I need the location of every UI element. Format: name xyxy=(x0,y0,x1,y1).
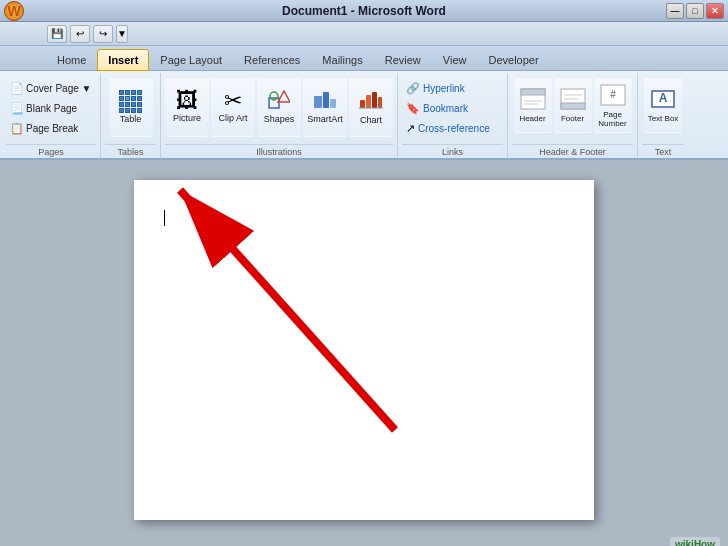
page-number-label: Page Number xyxy=(597,110,629,128)
footer-button[interactable]: Footer xyxy=(554,77,592,133)
title-bar-left: W xyxy=(4,1,24,21)
page-break-button[interactable]: 📋 Page Break xyxy=(6,119,96,138)
page-number-button[interactable]: # Page Number xyxy=(594,77,632,133)
smartart-icon xyxy=(313,90,337,113)
hyperlink-label: Hyperlink xyxy=(423,83,465,94)
illustrations-group-label: Illustrations xyxy=(165,144,393,158)
shapes-label: Shapes xyxy=(264,115,295,125)
svg-marker-1 xyxy=(278,91,290,102)
header-footer-group-content: Header Footer xyxy=(512,75,633,142)
svg-rect-16 xyxy=(561,103,585,109)
hyperlink-icon: 🔗 xyxy=(406,82,420,95)
cover-page-button[interactable]: 📄 Cover Page ▼ xyxy=(6,79,96,98)
chart-button[interactable]: Chart xyxy=(349,77,393,137)
svg-rect-12 xyxy=(521,89,545,95)
chart-label: Chart xyxy=(360,116,382,126)
header-footer-group-label: Header & Footer xyxy=(512,144,633,158)
ribbon-group-tables: Table Tables xyxy=(101,73,161,158)
ribbon-group-pages: 📄 Cover Page ▼ 📃 Blank Page 📋 Page Break… xyxy=(2,73,101,158)
quick-access-toolbar: 💾 ↩ ↪ ▼ xyxy=(0,22,728,46)
tab-references[interactable]: References xyxy=(233,48,311,70)
cross-reference-button[interactable]: ↗ Cross-reference xyxy=(402,119,502,138)
shapes-icon xyxy=(268,90,290,113)
word-logo: W xyxy=(4,1,24,21)
table-label: Table xyxy=(120,115,142,125)
svg-point-2 xyxy=(270,92,278,100)
tab-home[interactable]: Home xyxy=(46,48,97,70)
page-break-icon: 📋 xyxy=(10,122,24,135)
cover-page-label: Cover Page ▼ xyxy=(26,83,91,94)
cross-reference-icon: ↗ xyxy=(406,122,415,135)
bookmark-icon: 🔖 xyxy=(406,102,420,115)
title-bar: W Document1 - Microsoft Word — □ ✕ xyxy=(0,0,728,22)
text-box-button[interactable]: A Text Box xyxy=(644,77,682,133)
text-group-content: A Text Box xyxy=(642,75,684,142)
svg-text:#: # xyxy=(610,89,616,100)
footer-label: Footer xyxy=(561,114,584,123)
title-bar-controls[interactable]: — □ ✕ xyxy=(666,3,724,19)
svg-rect-7 xyxy=(366,95,371,108)
svg-rect-4 xyxy=(323,92,329,108)
clip-art-label: Clip Art xyxy=(218,114,247,124)
ribbon-group-header-footer: Header Footer xyxy=(508,73,638,158)
cover-page-icon: 📄 xyxy=(10,82,24,95)
header-icon xyxy=(519,87,547,113)
shapes-button[interactable]: Shapes xyxy=(257,77,301,137)
document-page[interactable] xyxy=(134,180,594,520)
tab-review[interactable]: Review xyxy=(374,48,432,70)
links-group-content: 🔗 Hyperlink 🔖 Bookmark ↗ Cross-reference xyxy=(402,75,503,142)
hyperlink-button[interactable]: 🔗 Hyperlink xyxy=(402,79,502,98)
footer-icon xyxy=(559,87,587,113)
clip-art-button[interactable]: ✂ Clip Art xyxy=(211,77,255,137)
header-button[interactable]: Header xyxy=(514,77,552,133)
qa-redo-button[interactable]: ↪ xyxy=(93,25,113,43)
qa-dropdown-button[interactable]: ▼ xyxy=(116,25,128,43)
text-box-icon: A xyxy=(649,87,677,113)
pages-group-content: 📄 Cover Page ▼ 📃 Blank Page 📋 Page Break xyxy=(6,75,96,142)
page-number-icon: # xyxy=(599,83,627,109)
ribbon-group-illustrations: 🖼 Picture ✂ Clip Art Shapes xyxy=(161,73,398,158)
ribbon-panel-insert: 📄 Cover Page ▼ 📃 Blank Page 📋 Page Break… xyxy=(0,70,728,158)
main-content-area: wikiHow xyxy=(0,160,728,546)
picture-button[interactable]: 🖼 Picture xyxy=(165,77,209,137)
tab-page-layout[interactable]: Page Layout xyxy=(149,48,233,70)
header-label: Header xyxy=(519,114,545,123)
ribbon-group-links: 🔗 Hyperlink 🔖 Bookmark ↗ Cross-reference… xyxy=(398,73,508,158)
ribbon: Home Insert Page Layout References Maili… xyxy=(0,46,728,160)
picture-label: Picture xyxy=(173,114,201,124)
bookmark-button[interactable]: 🔖 Bookmark xyxy=(402,99,502,118)
tab-developer[interactable]: Developer xyxy=(477,48,549,70)
qa-save-button[interactable]: 💾 xyxy=(47,25,67,43)
page-break-label: Page Break xyxy=(26,123,78,134)
minimize-button[interactable]: — xyxy=(666,3,684,19)
tables-group-content: Table xyxy=(105,75,156,142)
chart-icon xyxy=(359,88,383,114)
pages-group-label: Pages xyxy=(6,144,96,158)
illustrations-group-content: 🖼 Picture ✂ Clip Art Shapes xyxy=(165,75,393,142)
tab-view[interactable]: View xyxy=(432,48,478,70)
clip-art-icon: ✂ xyxy=(224,90,242,112)
ribbon-group-text: A Text Box Text xyxy=(638,73,688,158)
text-cursor xyxy=(164,210,165,226)
close-button[interactable]: ✕ xyxy=(706,3,724,19)
table-icon xyxy=(119,90,142,113)
smartart-label: SmartArt xyxy=(307,115,343,125)
maximize-button[interactable]: □ xyxy=(686,3,704,19)
tab-mailings[interactable]: Mailings xyxy=(311,48,373,70)
blank-page-button[interactable]: 📃 Blank Page xyxy=(6,99,96,118)
text-box-label: Text Box xyxy=(648,114,679,123)
smartart-button[interactable]: SmartArt xyxy=(303,77,347,137)
picture-icon: 🖼 xyxy=(176,90,198,112)
qa-undo-button[interactable]: ↩ xyxy=(70,25,90,43)
svg-text:A: A xyxy=(659,91,668,105)
svg-rect-5 xyxy=(330,99,336,108)
table-button[interactable]: Table xyxy=(109,77,153,137)
links-group-label: Links xyxy=(402,144,503,158)
tables-group-label: Tables xyxy=(105,144,156,158)
how-text: How xyxy=(694,539,715,546)
wikihow-watermark: wikiHow xyxy=(670,537,720,546)
svg-rect-6 xyxy=(360,100,365,108)
blank-page-icon: 📃 xyxy=(10,102,24,115)
tab-insert[interactable]: Insert xyxy=(97,49,149,71)
svg-rect-3 xyxy=(314,96,322,108)
